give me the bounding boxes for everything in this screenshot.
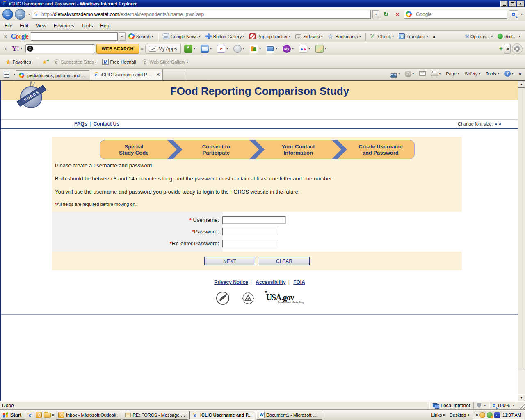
add-favorite-button[interactable]: ★ bbox=[40, 58, 50, 66]
new-tab-stub[interactable] bbox=[164, 71, 185, 80]
google-news-button[interactable]: Google News▾ bbox=[161, 32, 203, 40]
recent-pages-dropdown-icon[interactable]: ▾ bbox=[28, 12, 30, 16]
free-hotmail-button[interactable]: M Free Hotmail bbox=[100, 58, 138, 66]
username-input[interactable] bbox=[222, 216, 286, 224]
web-slice-gallery-button[interactable]: e Web Slice Gallery▾ bbox=[139, 58, 190, 66]
search-input[interactable] bbox=[415, 11, 506, 18]
tray-audio-icon[interactable] bbox=[494, 412, 500, 418]
menu-help[interactable]: Help bbox=[96, 22, 114, 30]
google-toolbar-close[interactable]: x bbox=[2, 34, 9, 39]
refresh-button[interactable]: ↻ bbox=[381, 9, 391, 19]
feeds-button[interactable]: ▾ bbox=[403, 70, 416, 78]
privacy-notice-link[interactable]: Privacy Notice bbox=[214, 279, 248, 285]
next-button[interactable]: NEXT bbox=[204, 257, 255, 265]
stop-button[interactable]: × bbox=[393, 9, 402, 19]
tray-antivirus-icon[interactable] bbox=[487, 412, 493, 418]
close-button[interactable]: × bbox=[517, 1, 524, 7]
faqs-link[interactable]: FAQs bbox=[74, 121, 87, 127]
google-search-field[interactable] bbox=[31, 32, 118, 41]
safety-menu-button[interactable]: Safety▾ bbox=[463, 71, 482, 77]
links-toolbar[interactable]: Links» bbox=[431, 413, 446, 418]
search-box[interactable] bbox=[404, 10, 507, 19]
tools-menu-button[interactable]: Tools▾ bbox=[484, 71, 501, 77]
address-field[interactable]: e http://dietvalwsmsdemo.westat.com/exte… bbox=[32, 10, 371, 19]
close-tab-icon[interactable]: ✕ bbox=[156, 72, 160, 78]
menu-view[interactable]: View bbox=[32, 22, 50, 30]
google-toolbar-overflow[interactable]: » bbox=[431, 33, 437, 40]
desktop-toolbar[interactable]: Desktop» bbox=[449, 413, 470, 418]
help-button[interactable]: ?▾ bbox=[502, 70, 516, 78]
minimize-button[interactable] bbox=[500, 1, 508, 7]
google-options-button[interactable]: ⚒Options...▾ bbox=[463, 33, 495, 40]
scrollbar-thumb[interactable] bbox=[518, 88, 525, 370]
protected-mode-button[interactable]: ▾ bbox=[473, 402, 489, 409]
popup-blocker-button[interactable]: Pop-up blocker▾ bbox=[247, 32, 292, 40]
yahoo-app-folder[interactable]: ▾ bbox=[264, 44, 279, 54]
yahoo-settings-button[interactable] bbox=[512, 43, 523, 54]
menu-file[interactable]: File bbox=[1, 22, 16, 30]
tab-iclic-active[interactable]: e iCLIC Username and Pas... ✕ bbox=[90, 69, 163, 80]
start-button[interactable]: Start bbox=[1, 411, 25, 420]
scroll-up-button[interactable]: ▲ bbox=[518, 81, 525, 88]
read-mail-button[interactable] bbox=[417, 71, 428, 77]
tab-list-dropdown-icon[interactable]: ▾ bbox=[14, 73, 15, 76]
google-search-dropdown[interactable]: ▾ bbox=[119, 32, 126, 41]
address-dropdown-button[interactable]: ▾ bbox=[372, 10, 379, 18]
foia-link[interactable]: FOIA bbox=[293, 279, 305, 285]
menu-tools[interactable]: Tools bbox=[78, 22, 96, 30]
google-search-input[interactable] bbox=[31, 33, 117, 40]
yahoo-app-flickr[interactable]: ▾ bbox=[297, 44, 312, 54]
tray-expand-icon[interactable]: « bbox=[476, 413, 478, 417]
resize-grip[interactable] bbox=[518, 402, 525, 409]
quicklaunch-outlook[interactable] bbox=[35, 411, 42, 419]
yahoo-app-mail[interactable]: ▾ bbox=[199, 44, 214, 54]
back-button[interactable]: ← bbox=[2, 9, 13, 20]
page-menu-button[interactable]: Page▾ bbox=[444, 71, 461, 77]
google-account-button[interactable]: dixit....▾ bbox=[495, 33, 523, 40]
search-go-button[interactable] bbox=[509, 10, 518, 18]
web-search-button[interactable]: WEB SEARCH bbox=[96, 44, 139, 54]
print-button[interactable]: ▾ bbox=[429, 70, 443, 77]
yahoo-app-share[interactable]: ▾ bbox=[215, 44, 230, 54]
task-word-document1[interactable]: WDocument1 - Microsoft ... bbox=[256, 411, 322, 420]
yahoo-app-my[interactable]: My▾ bbox=[281, 44, 296, 54]
vertical-scrollbar[interactable]: ▲ ▼ bbox=[518, 81, 525, 401]
contact-us-link[interactable]: Contact Us bbox=[93, 121, 119, 127]
task-iclic-active[interactable]: eiCLIC Username and P... bbox=[189, 411, 255, 420]
search-options-dropdown-icon[interactable]: ▾ bbox=[521, 12, 523, 16]
spellcheck-button[interactable]: ✓Check▾ bbox=[368, 32, 396, 40]
menu-favorites[interactable]: Favorites bbox=[50, 22, 78, 30]
yahoo-app-messenger[interactable]: ▾ bbox=[231, 44, 247, 54]
add-app-button[interactable]: + bbox=[499, 45, 503, 52]
task-re-forcs-message[interactable]: RE: FORCS - Message (H... bbox=[123, 411, 188, 420]
zoom-control[interactable]: 100%▾ bbox=[489, 402, 518, 409]
font-larger-icon[interactable]: « bbox=[498, 123, 503, 126]
menu-edit[interactable]: Edit bbox=[16, 22, 32, 30]
yahoo-toolbar-close[interactable]: x bbox=[2, 46, 9, 52]
yahoo-app-asterisk[interactable]: *▾ bbox=[182, 44, 197, 54]
google-search-button[interactable]: Search▾ bbox=[126, 32, 155, 40]
tab-pediatricians[interactable]: pediatricians, potomac md - ... bbox=[16, 70, 89, 80]
favorites-button[interactable]: ★ Favorites bbox=[3, 57, 33, 67]
yahoo-app-contacts[interactable]: ▾ bbox=[248, 44, 263, 54]
quick-tabs-button[interactable] bbox=[2, 71, 11, 78]
yahoo-app-maps[interactable]: ▾ bbox=[313, 44, 329, 54]
collapse-toolbar-button[interactable]: ◀ bbox=[504, 44, 511, 54]
password-input[interactable] bbox=[222, 228, 278, 235]
bookmarks-button[interactable]: ☆Bookmarks▾ bbox=[326, 32, 363, 40]
tray-outlook-icon[interactable] bbox=[479, 412, 485, 418]
reenter-password-input[interactable] bbox=[222, 240, 278, 247]
home-button[interactable]: ▾ bbox=[388, 70, 402, 78]
yahoo-logo-button[interactable]: Y!▾ bbox=[10, 44, 24, 54]
clear-button[interactable]: CLEAR bbox=[259, 257, 310, 265]
forward-button[interactable]: → bbox=[15, 9, 25, 20]
suggested-sites-button[interactable]: e Suggested Sites▾ bbox=[51, 58, 98, 66]
task-inbox-outlook[interactable]: Inbox - Microsoft Outlook bbox=[56, 411, 121, 420]
accessibility-link[interactable]: Accessibility bbox=[256, 279, 285, 285]
restore-button[interactable] bbox=[509, 1, 516, 7]
quicklaunch-overflow-icon[interactable]: » bbox=[52, 413, 55, 417]
my-apps-button[interactable]: My Apps bbox=[145, 44, 181, 54]
quicklaunch-ie[interactable]: e bbox=[26, 411, 34, 419]
sidewiki-button[interactable]: Sidewiki▾ bbox=[293, 33, 324, 40]
scroll-down-button[interactable]: ▼ bbox=[518, 394, 525, 401]
